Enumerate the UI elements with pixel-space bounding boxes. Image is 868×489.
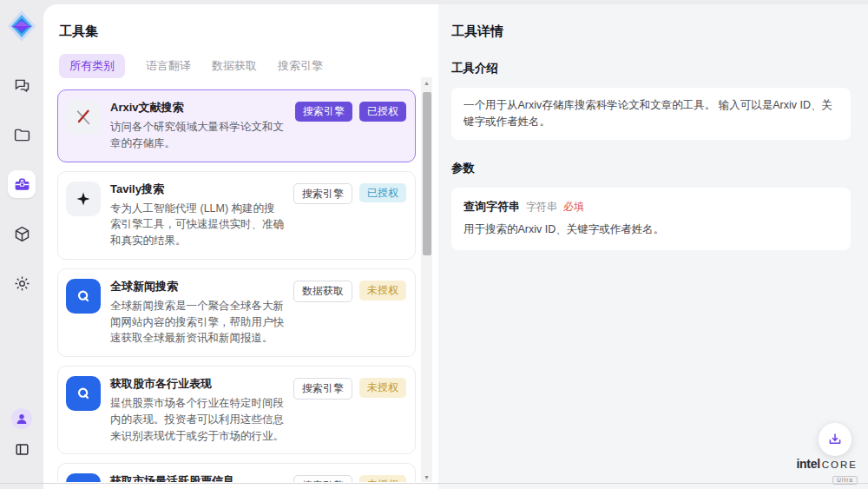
folder-icon [13, 126, 31, 144]
param-description: 用于搜索的Arxiv ID、关键字或作者姓名。 [464, 222, 838, 237]
tool-info: 获取市场最活跃股票信息 提供当天交易量最高的股票列表，投资者可以利用这些信息来识… [110, 473, 284, 482]
param-header: 查询字符串 字符串 必填 [464, 199, 838, 215]
tool-card-active-stocks[interactable]: 获取市场最活跃股票信息 提供当天交易量最高的股票列表，投资者可以利用这些信息来识… [57, 463, 416, 482]
intro-card: 一个用于从Arxiv存储库搜索科学论文和文章的工具。 输入可以是Arxiv ID… [451, 88, 851, 140]
intro-heading: 工具介绍 [451, 61, 851, 76]
tab-language-translation[interactable]: 语言翻译 [146, 54, 191, 78]
tool-badges: 搜索引擎 未授权 [293, 473, 406, 482]
category-badge: 数据获取 [293, 281, 352, 302]
category-badge: 搜索引擎 [293, 378, 352, 400]
collapse-sidebar-button[interactable] [11, 439, 32, 459]
tool-info: Arxiv文献搜索 访问各个研究领域大量科学论文和文章的存储库。 [110, 100, 286, 152]
detail-title: 工具详情 [451, 23, 851, 40]
sidebar-item-toolbox[interactable] [8, 170, 36, 198]
sidebar-bottom [11, 408, 32, 459]
tool-list: Arxiv文献搜索 访问各个研究领域大量科学论文和文章的存储库。 搜索引擎 已授… [57, 89, 416, 482]
tool-title: Arxiv文献搜索 [110, 100, 286, 116]
list-scrollbar[interactable]: ▲ ▼ [421, 77, 432, 482]
params-heading: 参数 [451, 161, 851, 176]
left-sidebar [0, 0, 43, 489]
sidebar-item-chat[interactable] [8, 71, 36, 99]
tool-description: 访问各个研究领域大量科学论文和文章的存储库。 [110, 119, 286, 152]
brand-badge: Ultra [832, 476, 858, 486]
intel-core-logo: intel CORE Ultra [796, 458, 858, 485]
download-button[interactable] [819, 423, 852, 456]
tool-info: Tavily搜索 专为人工智能代理 (LLM) 构建的搜索引擎工具，可快速提供实… [110, 182, 284, 249]
tool-info: 获取股市各行业表现 提供股票市场各个行业在特定时间段内的表现。投资者可以利用这些… [110, 376, 284, 444]
tab-all-categories[interactable]: 所有类别 [59, 54, 125, 78]
param-required-label: 必填 [563, 200, 584, 215]
tool-description: 专为人工智能代理 (LLM) 构建的搜索引擎工具，可快速提供实时、准确和真实的结… [110, 201, 284, 249]
category-badge: 搜索引擎 [295, 102, 352, 122]
category-tabs: 所有类别 语言翻译 数据获取 搜索引擎 [59, 54, 416, 78]
app-logo-icon [7, 10, 36, 43]
sidebar-item-settings[interactable] [8, 269, 36, 297]
param-card: 查询字符串 字符串 必填 用于搜索的Arxiv ID、关键字或作者姓名。 [451, 188, 851, 250]
tool-card-tavily[interactable]: Tavily搜索 专为人工智能代理 (LLM) 构建的搜索引擎工具，可快速提供实… [57, 171, 416, 260]
tool-card-arxiv[interactable]: Arxiv文献搜索 访问各个研究领域大量科学论文和文章的存储库。 搜索引擎 已授… [57, 89, 416, 162]
sidebar-item-models[interactable] [8, 220, 36, 248]
scrollbar-up-arrow[interactable]: ▲ [421, 77, 432, 88]
brand-intel-text: intel [796, 458, 819, 470]
tool-info: 全球新闻搜索 全球新闻搜索是一个聚合全球各大新闻网站内容的搜索引擎，帮助用户快速… [110, 279, 284, 347]
download-icon [827, 432, 843, 447]
app-logo [6, 9, 37, 43]
tool-description: 提供股票市场各个行业在特定时间段内的表现。投资者可以利用这些信息来识别表现优于或… [110, 395, 284, 444]
tool-card-global-news[interactable]: 全球新闻搜索 全球新闻搜索是一个聚合全球各大新闻网站内容的搜索引擎，帮助用户快速… [57, 268, 416, 357]
tool-title: 获取市场最活跃股票信息 [110, 473, 284, 482]
main-content: 工具集 所有类别 语言翻译 数据获取 搜索引擎 Arxiv文献搜索 访问各个研究… [43, 4, 868, 489]
tab-search-engine[interactable]: 搜索引擎 [278, 54, 323, 78]
layout-panel-icon [14, 441, 30, 458]
param-name: 查询字符串 [464, 199, 520, 215]
cube-icon [13, 225, 31, 243]
scrollbar-thumb[interactable] [423, 92, 431, 255]
arxiv-logo-icon [66, 100, 101, 135]
tool-detail-panel: 工具详情 工具介绍 一个用于从Arxiv存储库搜索科学论文和文章的工具。 输入可… [438, 4, 868, 489]
auth-status-badge: 未授权 [359, 281, 406, 301]
tool-title: Tavily搜索 [110, 182, 284, 197]
tool-description: 全球新闻搜索是一个聚合全球各大新闻网站内容的搜索引擎，帮助用户快速获取全球最新资… [110, 298, 284, 347]
tool-badges: 搜索引擎 已授权 [293, 182, 406, 249]
search-app-icon [66, 279, 101, 314]
page-title: 工具集 [59, 23, 416, 40]
sidebar-item-files[interactable] [8, 121, 36, 149]
tool-badges: 搜索引擎 未授权 [293, 376, 406, 444]
brand-core-text: CORE [822, 460, 858, 471]
search-app-icon [66, 376, 101, 411]
tool-badges: 搜索引擎 已授权 [295, 100, 406, 152]
tool-card-sector-performance[interactable]: 获取股市各行业表现 提供股票市场各个行业在特定时间段内的表现。投资者可以利用这些… [57, 366, 416, 454]
auth-status-badge: 未授权 [359, 378, 406, 398]
chat-icon [13, 76, 31, 95]
category-badge: 搜索引擎 [293, 183, 352, 205]
sidebar-nav [8, 71, 36, 297]
tool-list-panel: 工具集 所有类别 语言翻译 数据获取 搜索引擎 Arxiv文献搜索 访问各个研究… [43, 4, 438, 489]
scrollbar-down-arrow[interactable]: ▼ [421, 472, 432, 482]
person-icon [15, 412, 29, 426]
user-avatar[interactable] [11, 408, 32, 429]
tool-title: 获取股市各行业表现 [110, 376, 284, 392]
param-type: 字符串 [526, 200, 557, 215]
auth-status-badge: 已授权 [359, 102, 406, 122]
category-badge: 搜索引擎 [293, 475, 352, 482]
toolbox-icon [13, 175, 31, 194]
search-app-icon [66, 473, 101, 482]
auth-status-badge: 未授权 [359, 475, 406, 482]
gear-icon [13, 274, 31, 293]
tab-data-acquisition[interactable]: 数据获取 [212, 54, 257, 78]
tool-title: 全球新闻搜索 [110, 279, 284, 294]
auth-status-badge: 已授权 [359, 183, 406, 203]
tool-badges: 数据获取 未授权 [293, 279, 406, 347]
tavily-star-icon [66, 182, 101, 216]
